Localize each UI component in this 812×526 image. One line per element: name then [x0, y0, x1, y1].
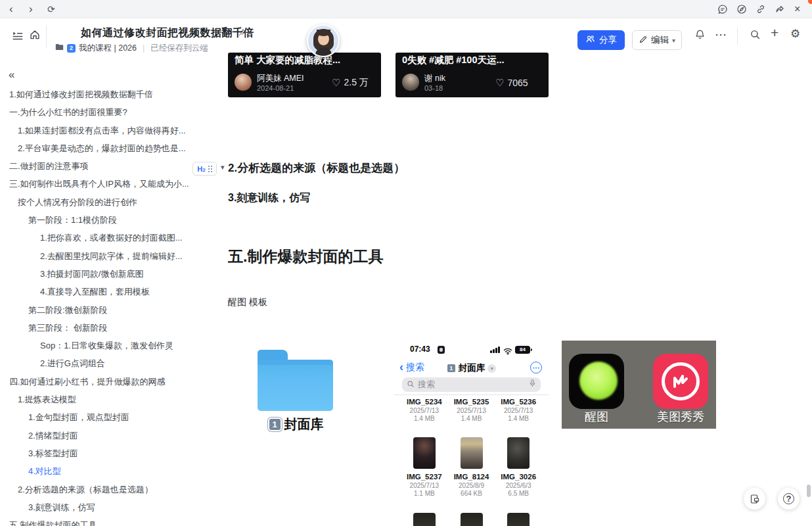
- heart-icon: ♡: [495, 77, 504, 89]
- edit-button[interactable]: 编辑 ▾: [632, 30, 682, 50]
- outline-item[interactable]: 一.为什么小红书的封面很重要?: [0, 103, 192, 121]
- outline-item[interactable]: 五.制作爆款封面的工具: [0, 516, 192, 526]
- outline-item[interactable]: 1.提炼表达模型: [0, 391, 192, 408]
- outline-item[interactable]: 按个人情况有分阶段的进行创作: [0, 193, 192, 211]
- outline-item[interactable]: 第三阶段： 创新阶段: [0, 319, 192, 337]
- share-forward-icon[interactable]: [775, 4, 785, 14]
- share-button[interactable]: 分享: [577, 30, 625, 50]
- add-icon[interactable]: +: [771, 27, 778, 39]
- outline-item[interactable]: 2.分析选题的来源（标题也是选题）: [0, 481, 192, 498]
- file-date: 2025/8/9: [448, 482, 495, 489]
- wifi-icon: [503, 346, 512, 358]
- file-item[interactable]: [401, 513, 448, 526]
- files-more-button[interactable]: ⋯: [530, 362, 542, 373]
- section-heading[interactable]: 2.分析选题的来源（标题也是选题）: [228, 160, 405, 176]
- keycap-1-icon: 1: [268, 418, 282, 431]
- drag-handle-icon[interactable]: [208, 165, 212, 172]
- section-heading[interactable]: 五.制作爆款封面的工具: [228, 247, 383, 267]
- scrollbar-thumb[interactable]: [807, 485, 811, 497]
- outline-toggle-icon[interactable]: [12, 30, 24, 41]
- section-heading[interactable]: 3.刻意训练，仿写: [228, 191, 310, 205]
- file-date: 2025/6/3: [495, 482, 542, 489]
- outline-item[interactable]: Sop：1.日常收集爆款，激发创作灵: [0, 337, 192, 354]
- outline-item[interactable]: 四.如何通过刷小红书，提升做爆款的网感: [0, 373, 192, 391]
- outline-item[interactable]: 2.去醒图里找同款字体，提前编辑好...: [0, 247, 192, 265]
- header-divider: [46, 25, 47, 47]
- close-icon[interactable]: ×: [794, 1, 800, 17]
- breadcrumb-separator: |: [140, 43, 147, 53]
- outline-item[interactable]: 2.平台审美是动态的，爆款封面的趋势也是...: [0, 139, 192, 157]
- link-icon[interactable]: [756, 4, 766, 14]
- outline-item[interactable]: 1.把你喜欢，或者数据好的封面截图...: [0, 229, 192, 247]
- collapse-caret-icon[interactable]: ▾: [221, 163, 225, 172]
- chevron-down-icon: ▾: [672, 37, 675, 44]
- people-icon: [585, 34, 595, 46]
- outline-item[interactable]: 3.刻意训练，仿写: [0, 498, 192, 516]
- browser-toolbar: ‹ › ⟳ ×: [0, 0, 812, 18]
- browser-forward-icon[interactable]: ›: [29, 1, 33, 18]
- gear-icon[interactable]: ⚙: [790, 28, 800, 40]
- file-name: IMG_5236: [495, 398, 542, 406]
- file-item[interactable]: IMG_30262025/6/36.5 MB: [495, 437, 542, 497]
- sidebar-collapse-icon[interactable]: «: [9, 68, 14, 82]
- xingtu-app-icon: [569, 354, 624, 409]
- divider: [394, 394, 549, 395]
- help-button[interactable]: ?: [778, 488, 800, 510]
- file-name: IMG_5235: [448, 398, 495, 406]
- outline-item[interactable]: 3.标签型封面: [0, 444, 192, 462]
- file-item[interactable]: [448, 513, 495, 526]
- file-date: 2025/7/13: [495, 407, 542, 414]
- file-item[interactable]: IMG_52372025/7/131.1 MB: [401, 437, 448, 497]
- cover-example-card[interactable]: 0失败 #减肥 #100天运... 谢 nik 03-18 ♡ 7065: [395, 53, 549, 97]
- user-avatar[interactable]: [307, 24, 340, 57]
- app-window: ‹ › ⟳ × 如何通过修改封面把视频数据翻千倍: [0, 0, 812, 526]
- file-item[interactable]: IMG_52342025/7/131.4 MB: [401, 398, 448, 422]
- file-item[interactable]: [495, 513, 542, 526]
- file-item[interactable]: IMG_52352025/7/131.4 MB: [448, 398, 495, 422]
- file-item[interactable]: IMG_81242025/8/9664 KB: [448, 437, 495, 497]
- card-author-name: 阿美妹 AMEI: [257, 73, 304, 84]
- more-icon[interactable]: ⋯: [715, 29, 727, 41]
- files-search-bar[interactable]: 搜索: [402, 377, 541, 392]
- app-icons-image[interactable]: 醒图 美图秀秀: [562, 341, 716, 429]
- file-thumbnail: [461, 513, 483, 526]
- outline-item[interactable]: 三.如何制作出既具有个人IP风格，又能成为小...: [0, 175, 192, 193]
- folder-image[interactable]: 1 封面库: [255, 341, 386, 439]
- outline-item[interactable]: 4.对比型: [0, 462, 192, 480]
- search-icon[interactable]: [750, 29, 761, 40]
- file-item[interactable]: IMG_52362025/7/131.4 MB: [495, 398, 542, 422]
- outline-item[interactable]: 1.金句型封面，观点型封面: [0, 408, 192, 426]
- outline-item[interactable]: 二.做封面的注意事项: [0, 157, 192, 175]
- outline-item[interactable]: 第一阶段：1:1模仿阶段: [0, 211, 192, 229]
- edit-label: 编辑: [651, 34, 669, 46]
- comment-icon[interactable]: [717, 4, 728, 14]
- file-size: 1.4 MB: [448, 415, 495, 422]
- file-thumbnail: [461, 437, 483, 469]
- outline-item[interactable]: 4.直接导入至醒图，套用模板: [0, 283, 192, 300]
- file-thumbnail: [413, 513, 436, 526]
- heading-level-handle[interactable]: H2: [192, 162, 217, 176]
- outline-item[interactable]: 2.情绪型封面: [0, 427, 192, 444]
- file-size: 1.4 MB: [495, 415, 542, 422]
- compass-icon[interactable]: [736, 4, 747, 14]
- pin-icon[interactable]: [238, 28, 246, 39]
- app-name: 美图秀秀: [647, 409, 714, 425]
- breadcrumb[interactable]: 2 我的课程 | 2026 | 已经保存到云端: [55, 43, 208, 53]
- files-folder-title[interactable]: 1 封面库 ▾: [394, 362, 549, 374]
- paragraph-text[interactable]: 醒图 模板: [228, 297, 267, 308]
- outline-item[interactable]: 第二阶段:微创新阶段: [0, 301, 192, 319]
- phone-screenshot-image[interactable]: 07:43 84 ‹ 搜索 1 封面库 ▾ ⋯: [394, 341, 549, 526]
- outline-item[interactable]: 1.如果连封面都没有点击率，内容做得再好...: [0, 122, 192, 139]
- file-grid-row: IMG_52342025/7/131.4 MBIMG_52352025/7/13…: [394, 398, 549, 422]
- outline-item[interactable]: 3.拍摄封面同款/微创新底图: [0, 265, 192, 283]
- bell-icon[interactable]: [694, 29, 706, 40]
- outline-item[interactable]: 1.如何通过修改封面把视频数据翻千倍: [0, 85, 192, 103]
- comments-panel-button[interactable]: [744, 488, 765, 510]
- browser-back-icon[interactable]: ‹: [9, 1, 13, 18]
- mic-icon[interactable]: [529, 379, 536, 391]
- outline-item[interactable]: 2.进行G点词组合: [0, 354, 192, 372]
- cover-example-card[interactable]: 简单 大家要的减脂教程... 阿美妹 AMEI 2024-08-21 ♡ 2.5…: [228, 53, 381, 97]
- pencil-icon: [639, 35, 648, 46]
- home-icon[interactable]: [29, 29, 41, 41]
- reload-icon[interactable]: ⟳: [47, 1, 55, 18]
